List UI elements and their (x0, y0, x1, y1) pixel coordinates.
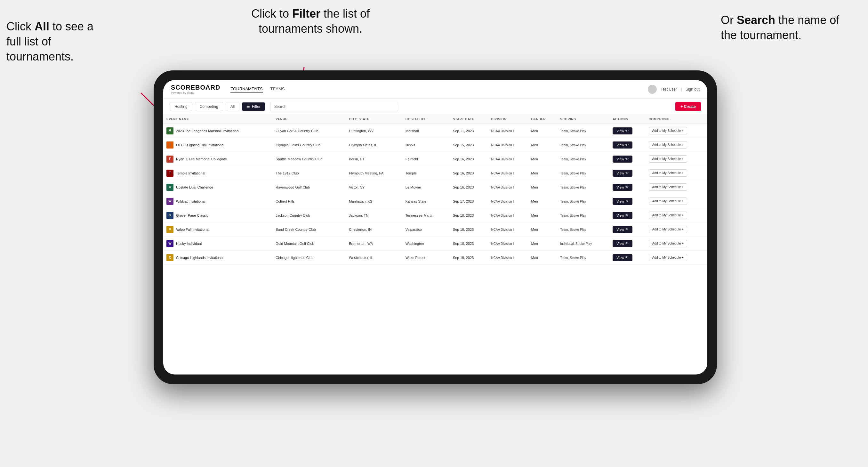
add-schedule-button-1[interactable]: Add to My Schedule + (649, 141, 687, 149)
cell-division-9: NCAA Division I (488, 251, 528, 265)
add-schedule-button-8[interactable]: Add to My Schedule + (649, 240, 687, 247)
cell-action-9: View 👁 (610, 251, 646, 265)
event-name-text-5: Wildcat Invitational (176, 199, 206, 203)
cell-gender-4: Men (528, 180, 557, 194)
cell-action-3: View 👁 (610, 166, 646, 180)
cell-action-4: View 👁 (610, 180, 646, 194)
add-schedule-button-4[interactable]: Add to My Schedule + (649, 183, 687, 191)
add-schedule-button-2[interactable]: Add to My Schedule + (649, 155, 687, 163)
cell-division-6: NCAA Division I (488, 208, 528, 222)
view-button-3[interactable]: View 👁 (613, 169, 632, 177)
tournaments-table: EVENT NAME VENUE CITY, STATE HOSTED BY S… (163, 115, 707, 265)
view-button-6[interactable]: View 👁 (613, 212, 632, 219)
view-button-8[interactable]: View 👁 (613, 240, 632, 247)
cell-hosted-by-1: Illinois (402, 138, 450, 152)
col-hosted-by: HOSTED BY (402, 115, 450, 124)
search-input[interactable] (270, 102, 398, 112)
cell-competing-2: Add to My Schedule + (646, 152, 707, 166)
table-row: I OFCC Fighting Illini Invitational Olym… (163, 138, 707, 152)
sign-out-link[interactable]: Sign out (686, 87, 700, 92)
app-header: SCOREBOARD Powered by clippd TOURNAMENTS… (163, 80, 707, 99)
cell-hosted-by-2: Fairfield (402, 152, 450, 166)
cell-venue-0: Guyan Golf & Country Club (272, 124, 346, 138)
cell-scoring-3: Team, Stroke Play (557, 166, 610, 180)
team-icon-1: I (166, 142, 174, 149)
cell-start-date-2: Sep 16, 2023 (450, 152, 488, 166)
filter-icon: ☰ (246, 104, 250, 109)
add-schedule-button-5[interactable]: Add to My Schedule + (649, 197, 687, 205)
view-icon-5: 👁 (625, 199, 629, 203)
cell-hosted-by-5: Kansas State (402, 194, 450, 208)
view-button-1[interactable]: View 👁 (613, 142, 632, 149)
nav-tab-teams[interactable]: TEAMS (271, 85, 285, 93)
cell-start-date-5: Sep 17, 2023 (450, 194, 488, 208)
cell-hosted-by-7: Valparaiso (402, 222, 450, 237)
table-row: F Ryan T. Lee Memorial Collegiate Shuttl… (163, 152, 707, 166)
cell-start-date-3: Sep 16, 2023 (450, 166, 488, 180)
view-button-2[interactable]: View 👁 (613, 156, 632, 163)
add-schedule-button-0[interactable]: Add to My Schedule + (649, 127, 687, 134)
table-row: T Temple Invitational The 1912 Club Plym… (163, 166, 707, 180)
filter-button[interactable]: ☰ Filter (242, 102, 265, 111)
cell-event-name-9: C Chicago Highlands Invitational (163, 251, 272, 265)
cell-action-1: View 👁 (610, 138, 646, 152)
cell-venue-5: Colbert Hills (272, 194, 346, 208)
cell-scoring-6: Team, Stroke Play (557, 208, 610, 222)
cell-competing-4: Add to My Schedule + (646, 180, 707, 194)
cell-action-5: View 👁 (610, 194, 646, 208)
add-schedule-button-6[interactable]: Add to My Schedule + (649, 212, 687, 219)
cell-division-1: NCAA Division I (488, 138, 528, 152)
col-scoring: SCORING (557, 115, 610, 124)
cell-division-2: NCAA Division I (488, 152, 528, 166)
add-schedule-button-9[interactable]: Add to My Schedule + (649, 254, 687, 261)
cell-competing-7: Add to My Schedule + (646, 222, 707, 237)
cell-action-2: View 👁 (610, 152, 646, 166)
user-avatar (648, 85, 657, 94)
event-name-text-0: 2023 Joe Feaganes Marshall Invitational (176, 129, 239, 133)
cell-scoring-9: Team, Stroke Play (557, 251, 610, 265)
view-button-4[interactable]: View 👁 (613, 184, 632, 191)
cell-division-5: NCAA Division I (488, 194, 528, 208)
cell-gender-9: Men (528, 251, 557, 265)
table-row: C Chicago Highlands Invitational Chicago… (163, 251, 707, 265)
create-button[interactable]: + Create (675, 102, 701, 111)
table-container: EVENT NAME VENUE CITY, STATE HOSTED BY S… (163, 115, 707, 374)
add-schedule-button-3[interactable]: Add to My Schedule + (649, 169, 687, 177)
view-button-0[interactable]: View 👁 (613, 127, 632, 134)
tab-hosting[interactable]: Hosting (169, 102, 192, 111)
team-icon-0: M (166, 127, 174, 134)
tab-all[interactable]: All (226, 102, 239, 111)
cell-division-0: NCAA Division I (488, 124, 528, 138)
cell-city-state-5: Manhattan, KS (346, 194, 402, 208)
cell-hosted-by-0: Marshall (402, 124, 450, 138)
cell-gender-2: Men (528, 152, 557, 166)
cell-hosted-by-9: Wake Forest (402, 251, 450, 265)
col-gender: GENDER (528, 115, 557, 124)
cell-city-state-7: Chesterton, IN (346, 222, 402, 237)
col-division: DIVISION (488, 115, 528, 124)
event-name-text-8: Husky Individual (176, 242, 202, 246)
table-row: G Grover Page Classic Jackson Country Cl… (163, 208, 707, 222)
cell-city-state-3: Plymouth Meeting, PA (346, 166, 402, 180)
view-icon-7: 👁 (625, 227, 629, 231)
cell-city-state-2: Berlin, CT (346, 152, 402, 166)
cell-competing-0: Add to My Schedule + (646, 124, 707, 138)
cell-competing-5: Add to My Schedule + (646, 194, 707, 208)
toolbar: Hosting Competing All ☰ Filter + Create (163, 99, 707, 115)
view-button-9[interactable]: View 👁 (613, 254, 632, 261)
view-button-5[interactable]: View 👁 (613, 198, 632, 205)
cell-action-6: View 👁 (610, 208, 646, 222)
col-competing: COMPETING (646, 115, 707, 124)
cell-scoring-8: Individual, Stroke Play (557, 237, 610, 251)
cell-event-name-3: T Temple Invitational (163, 166, 272, 180)
cell-venue-9: Chicago Highlands Club (272, 251, 346, 265)
nav-tab-tournaments[interactable]: TOURNAMENTS (230, 85, 262, 93)
cell-start-date-6: Sep 18, 2023 (450, 208, 488, 222)
cell-hosted-by-6: Tennessee-Martin (402, 208, 450, 222)
tab-competing[interactable]: Competing (195, 102, 223, 111)
cell-city-state-9: Westchester, IL (346, 251, 402, 265)
add-schedule-button-7[interactable]: Add to My Schedule + (649, 226, 687, 233)
cell-start-date-8: Sep 18, 2023 (450, 237, 488, 251)
view-button-7[interactable]: View 👁 (613, 226, 632, 233)
cell-event-name-8: W Husky Individual (163, 237, 272, 251)
